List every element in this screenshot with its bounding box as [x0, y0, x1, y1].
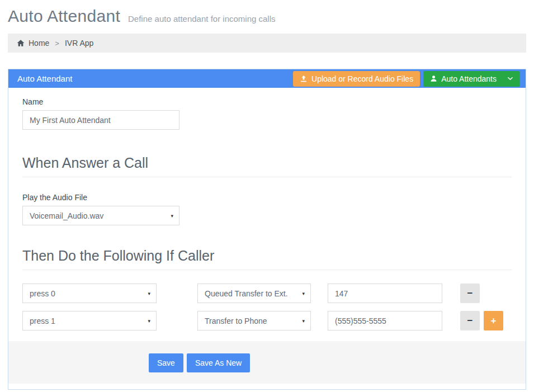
action-target-input[interactable]: [328, 284, 442, 303]
key-press-select[interactable]: press 1 ▾: [22, 311, 157, 330]
audio-file-label: Play the Audio File: [22, 193, 512, 202]
breadcrumb: Home > IVR App: [8, 34, 526, 53]
auto-attendant-panel: Auto Attendant Upload or Record Audio Fi…: [8, 69, 526, 390]
home-icon: [17, 39, 25, 47]
save-button[interactable]: Save: [149, 353, 183, 372]
action-type-select[interactable]: Queued Transfer to Ext. ▾: [197, 284, 311, 303]
answer-section-title: When Answer a Call: [22, 155, 512, 177]
upload-or-record-audio-button[interactable]: Upload or Record Audio Files: [293, 71, 420, 87]
minus-icon: −: [467, 289, 473, 298]
audio-file-select[interactable]: Voicemail_Audio.wav ▾: [22, 206, 179, 225]
attendants-button-label: Auto Attendants: [441, 74, 497, 83]
user-icon: [430, 75, 437, 82]
caller-action-row: press 1 ▾ Transfer to Phone ▾ − +: [22, 311, 512, 330]
upload-button-label: Upload or Record Audio Files: [311, 74, 413, 83]
action-type-selected-value: Queued Transfer to Ext.: [205, 289, 288, 298]
chevron-down-icon: ▾: [171, 213, 173, 219]
page-title: Auto Attendant: [8, 7, 120, 26]
breadcrumb-home-link[interactable]: Home: [17, 39, 49, 48]
page-subtitle: Define auto attendant for incoming calls: [128, 14, 276, 23]
action-target-input[interactable]: [328, 311, 442, 330]
chevron-down-icon: ▾: [302, 318, 305, 324]
remove-row-button[interactable]: −: [460, 284, 480, 303]
breadcrumb-home-label: Home: [29, 39, 49, 48]
minus-icon: −: [467, 316, 473, 325]
action-type-selected-value: Transfer to Phone: [205, 317, 267, 325]
key-press-select[interactable]: press 0 ▾: [22, 284, 157, 303]
breadcrumb-current: IVR App: [65, 39, 93, 48]
panel-footer: Save Save As New: [8, 341, 526, 384]
save-as-new-button[interactable]: Save As New: [187, 353, 250, 372]
panel-title: Auto Attendant: [17, 74, 293, 83]
panel-heading: Auto Attendant Upload or Record Audio Fi…: [8, 69, 526, 88]
chevron-down-icon: [507, 75, 513, 82]
name-input[interactable]: [22, 110, 179, 130]
chevron-down-icon: ▾: [148, 318, 150, 324]
actions-section-title: Then Do the Following If Caller: [22, 248, 512, 270]
breadcrumb-separator: >: [55, 39, 59, 48]
key-press-selected-value: press 0: [30, 289, 55, 298]
remove-row-button[interactable]: −: [460, 311, 480, 330]
plus-icon: +: [491, 316, 497, 325]
panel-body: Name When Answer a Call Play the Audio F…: [8, 88, 526, 330]
chevron-down-icon: ▾: [302, 291, 305, 296]
caller-action-row: press 0 ▾ Queued Transfer to Ext. ▾ −: [22, 284, 512, 303]
auto-attendants-dropdown-button[interactable]: Auto Attendants: [423, 71, 520, 87]
upload-icon: [300, 75, 308, 83]
action-type-select[interactable]: Transfer to Phone ▾: [197, 311, 311, 330]
audio-file-selected-value: Voicemail_Audio.wav: [30, 211, 103, 220]
add-row-button[interactable]: +: [484, 311, 503, 330]
name-label: Name: [22, 97, 512, 106]
key-press-selected-value: press 1: [30, 317, 55, 325]
chevron-down-icon: ▾: [148, 291, 150, 296]
page-header: Auto Attendant Define auto attendant for…: [8, 7, 526, 26]
